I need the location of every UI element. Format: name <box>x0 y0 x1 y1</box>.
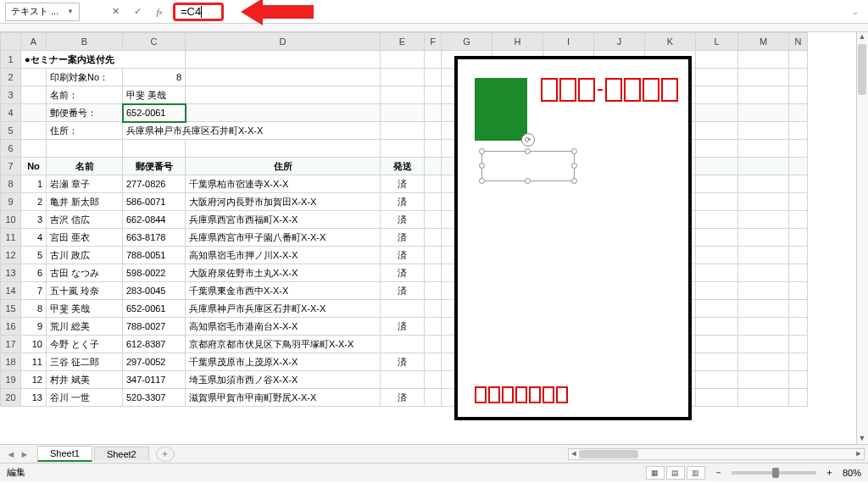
cell[interactable] <box>381 104 425 122</box>
cell[interactable] <box>696 371 738 389</box>
normal-view-icon[interactable]: ▦ <box>646 466 665 480</box>
row-header[interactable]: 6 <box>1 140 21 158</box>
cell-postal[interactable]: 277-0826 <box>123 175 186 193</box>
column-headers[interactable]: A B C D E F G H I J K L M N <box>1 33 808 51</box>
cell-postal[interactable]: 520-3307 <box>123 389 186 407</box>
tab-nav-next-icon[interactable]: ► <box>19 449 31 459</box>
cell-postal[interactable]: 663-8178 <box>123 229 186 247</box>
cell-no[interactable]: 4 <box>21 229 47 247</box>
col-header[interactable]: D <box>186 33 381 51</box>
cell-postal[interactable]: 788-0027 <box>123 318 186 336</box>
name-box[interactable]: テキスト ... ▼ <box>5 3 80 21</box>
cell-name[interactable]: 荒川 総美 <box>47 318 123 336</box>
resize-handle[interactable] <box>571 178 577 184</box>
zoom-slider[interactable] <box>732 471 816 475</box>
cell[interactable] <box>696 300 738 318</box>
row-header[interactable]: 1 <box>1 51 21 69</box>
cell[interactable] <box>789 211 808 229</box>
scroll-down-icon[interactable]: ▼ <box>857 434 867 444</box>
cell-name[interactable]: 宮田 亜衣 <box>47 229 123 247</box>
cell[interactable] <box>186 140 381 158</box>
cell-postal[interactable]: 788-0051 <box>123 247 186 264</box>
cell[interactable] <box>425 389 442 407</box>
cell[interactable] <box>696 318 738 336</box>
cell-sent[interactable]: 済 <box>381 389 425 407</box>
cell[interactable] <box>425 353 442 371</box>
cell[interactable] <box>738 140 789 158</box>
scroll-thumb[interactable] <box>858 44 866 95</box>
cell[interactable] <box>789 264 808 282</box>
cell[interactable] <box>789 104 808 122</box>
cell[interactable] <box>789 122 808 140</box>
cell[interactable] <box>789 247 808 264</box>
scroll-right-icon[interactable]: ► <box>854 449 864 459</box>
col-header[interactable]: H <box>492 33 543 51</box>
zoom-thumb[interactable] <box>772 468 779 478</box>
cell-no[interactable]: 8 <box>21 300 47 318</box>
cell-name[interactable]: 甲斐 美哉 <box>47 300 123 318</box>
cancel-formula-icon[interactable]: ✕ <box>107 3 124 20</box>
cell-name[interactable]: 今野 とく子 <box>47 336 123 353</box>
row-header[interactable]: 11 <box>1 229 21 247</box>
cell[interactable] <box>789 300 808 318</box>
cell[interactable] <box>738 353 789 371</box>
cell[interactable] <box>425 211 442 229</box>
label-cell[interactable]: 住所： <box>47 122 123 140</box>
cell-sent[interactable] <box>381 300 425 318</box>
selected-textbox[interactable]: ⟳ <box>481 151 575 181</box>
scroll-left-icon[interactable]: ◄ <box>569 449 579 459</box>
cell-postal[interactable]: 283-0045 <box>123 282 186 300</box>
resize-handle[interactable] <box>479 148 485 154</box>
postcard-shape[interactable]: ⟳ <box>454 56 692 420</box>
cell[interactable] <box>789 140 808 158</box>
cell[interactable] <box>696 193 738 211</box>
cell[interactable] <box>789 175 808 193</box>
cell-address[interactable]: 大阪府河内長野市加賀田X-X-X <box>186 193 381 211</box>
tab-nav-buttons[interactable]: ◄ ► <box>0 449 36 459</box>
cell-name[interactable]: 谷川 一世 <box>47 389 123 407</box>
resize-handle[interactable] <box>525 178 531 184</box>
cell-address[interactable]: 高知県宿毛市押ノ川X-X-X <box>186 247 381 264</box>
cell[interactable] <box>696 69 738 86</box>
row-header[interactable]: 4 <box>1 104 21 122</box>
col-header[interactable]: J <box>594 33 645 51</box>
zoom-out-button[interactable]: － <box>714 466 723 479</box>
zoom-in-button[interactable]: ＋ <box>825 466 834 479</box>
accept-formula-icon[interactable]: ✓ <box>129 3 146 20</box>
cell-sent[interactable]: 済 <box>381 264 425 282</box>
cell-name[interactable]: 五十嵐 玲奈 <box>47 282 123 300</box>
cell[interactable] <box>425 158 442 175</box>
cell-address[interactable]: 兵庫県西宮市西福町X-X-X <box>186 211 381 229</box>
cell-address[interactable]: 千葉県茂原市上茂原X-X-X <box>186 353 381 371</box>
row-header[interactable]: 20 <box>1 389 21 407</box>
col-header[interactable]: G <box>442 33 492 51</box>
col-header[interactable]: K <box>645 33 696 51</box>
cell[interactable] <box>789 158 808 175</box>
cell[interactable] <box>789 193 808 211</box>
cell-address[interactable]: 埼玉県加須市西ノ谷X-X-X <box>186 371 381 389</box>
select-all-corner[interactable] <box>1 33 21 51</box>
cell[interactable] <box>738 282 789 300</box>
cell-postal[interactable]: 347-0117 <box>123 371 186 389</box>
cell[interactable] <box>425 282 442 300</box>
cell-address[interactable]: 千葉県東金市西中X-X-X <box>186 282 381 300</box>
fx-icon[interactable]: fx <box>151 3 168 20</box>
sheet-tab-1[interactable]: Sheet1 <box>37 446 92 462</box>
cell-no[interactable]: 10 <box>21 336 47 353</box>
cell[interactable] <box>738 122 789 140</box>
cell-no[interactable]: 6 <box>21 264 47 282</box>
row-header[interactable]: 17 <box>1 336 21 353</box>
cell-sent[interactable] <box>381 371 425 389</box>
cell-no[interactable]: 5 <box>21 247 47 264</box>
cell-no[interactable]: 7 <box>21 282 47 300</box>
col-header[interactable]: B <box>47 33 123 51</box>
cell-postal[interactable]: 652-0061 <box>123 300 186 318</box>
label-cell[interactable]: 印刷対象No： <box>47 69 123 86</box>
cell[interactable] <box>789 69 808 86</box>
cell-sent[interactable]: 済 <box>381 175 425 193</box>
cell-name[interactable]: 三谷 征二郎 <box>47 353 123 371</box>
cell[interactable] <box>789 229 808 247</box>
cell[interactable] <box>186 51 381 69</box>
cell[interactable] <box>738 86 789 104</box>
th-postal[interactable]: 郵便番号 <box>123 158 186 175</box>
